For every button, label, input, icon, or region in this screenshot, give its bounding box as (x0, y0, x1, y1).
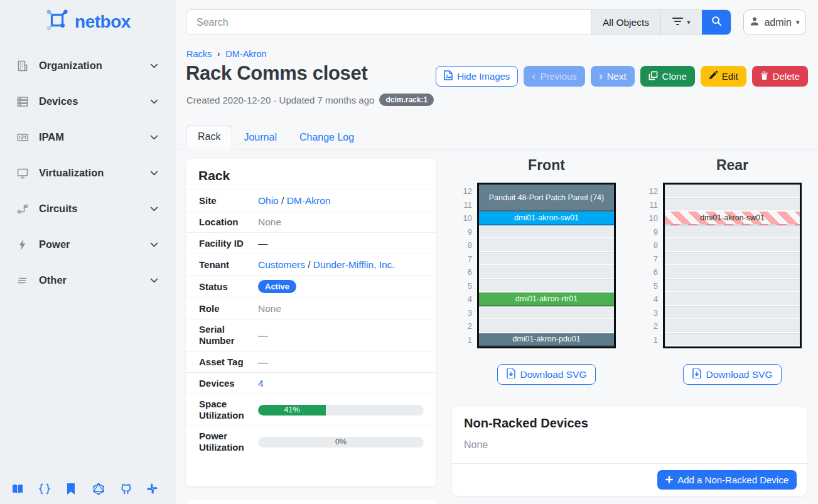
next-button[interactable]: › Next (591, 66, 635, 87)
unit-number-7: 7 (643, 252, 658, 266)
search-icon (711, 16, 722, 29)
page-title: Rack Comms closet (186, 62, 368, 85)
unit-numbers: 121110987654321 (643, 183, 658, 348)
chevron-right-icon: › (217, 50, 220, 58)
monitor-icon (16, 167, 30, 180)
unit-number-3: 3 (457, 306, 472, 320)
object-tabs: RackJournalChange Log (176, 124, 818, 149)
rack-card: Rack SiteOhio / DM-AkronLocationNoneFaci… (186, 159, 436, 486)
object-meta: Created 2020-12-20 · Updated 7 months ag… (186, 94, 434, 106)
edit-button[interactable]: Edit (701, 66, 746, 87)
unit-number-8: 8 (457, 239, 472, 252)
user-icon (750, 16, 760, 29)
sidebar-footer-icons (11, 483, 159, 495)
search-submit-button[interactable] (702, 10, 731, 35)
sidebar-item-organization[interactable]: Organization (0, 48, 176, 83)
chevron-down-icon (149, 168, 160, 179)
bookmark-icon[interactable] (65, 483, 78, 495)
graphql-icon[interactable] (92, 483, 105, 495)
unit-number-11: 11 (457, 198, 472, 212)
unit-number-6: 6 (643, 265, 658, 279)
download-svg-button-rear[interactable]: Download SVG (683, 364, 782, 385)
attr-value: 4 (258, 378, 424, 389)
front-elevation: Front121110987654321Panduit 48-Port Patc… (457, 157, 616, 385)
unit-number-2: 2 (457, 319, 472, 333)
rack-unit-empty (479, 252, 614, 266)
rack-unit-empty (665, 265, 800, 279)
rack-device-dmi01-akron-sw01[interactable]: dmi01-akron-sw01 (479, 212, 614, 225)
unit-number-9: 9 (457, 225, 472, 239)
rack-device-dmi01-akron-pdu01[interactable]: dmi01-akron-pdu01 (479, 333, 614, 347)
global-search: All Objects ▾ (186, 9, 731, 35)
tab-change-log[interactable]: Change Log (288, 126, 365, 149)
sidebar-item-devices[interactable]: Devices (0, 83, 176, 119)
devices-count-link[interactable]: 4 (258, 378, 264, 389)
rack-unit-empty (665, 239, 800, 252)
chevron-left-icon: ‹ (532, 70, 535, 82)
attr-value: Active (258, 280, 424, 293)
clone-button[interactable]: Clone (640, 66, 695, 87)
chevron-down-icon (149, 239, 160, 250)
search-input[interactable] (186, 10, 591, 35)
plus-icon (665, 475, 673, 485)
rack-unit-empty (479, 279, 614, 293)
sidebar-item-other[interactable]: Other (0, 262, 176, 298)
download-svg-button-front[interactable]: Download SVG (497, 364, 596, 385)
github-icon[interactable] (119, 483, 132, 495)
unit-number-1: 1 (643, 333, 658, 347)
breadcrumb-site-link[interactable]: DM-Akron (225, 49, 266, 59)
chevron-down-icon (149, 203, 160, 215)
user-menu-button[interactable]: admin ▾ (743, 9, 806, 35)
sidebar-item-circuits[interactable]: Circuits (0, 191, 176, 227)
braces-icon[interactable] (38, 483, 51, 495)
object-id-badge: dcim.rack:1 (379, 94, 434, 106)
sidebar-item-ipam[interactable]: IPAM (0, 119, 176, 155)
rack-device-dmi01-akron-rtr01[interactable]: dmi01-akron-rtr01 (479, 292, 614, 306)
filter-icon (672, 17, 683, 28)
non-racked-footer: Add a Non-Racked Device (452, 463, 807, 496)
unit-number-10: 10 (643, 212, 658, 225)
chevron-down-icon: ▾ (687, 18, 691, 26)
file-download-icon (507, 368, 515, 381)
chevron-down-icon (149, 96, 160, 107)
rack-unit-empty (665, 333, 800, 347)
link-customers[interactable]: Customers (258, 259, 305, 270)
link-dunder-mifflin-inc-[interactable]: Dunder-Mifflin, Inc. (313, 259, 395, 270)
previous-button[interactable]: ‹ Previous (524, 66, 584, 87)
sidebar-item-virtualization[interactable]: Virtualization (0, 155, 176, 191)
link-ohio[interactable]: Ohio (258, 195, 279, 206)
rack-device-dmi01-akron-sw01[interactable]: dmi01-akron-sw01 (665, 212, 800, 225)
tab-journal[interactable]: Journal (232, 126, 288, 149)
rack-device-panduit-48-port-patch-panel-74-[interactable]: Panduit 48-Port Patch Panel (74) (479, 185, 614, 212)
netbox-app: netbox OrganizationDevicesIPAMVirtualiza… (0, 0, 818, 504)
sidebar-item-label: Organization (39, 60, 149, 72)
slack-icon[interactable] (146, 483, 159, 495)
attr-label: Location (199, 217, 258, 228)
chevron-down-icon (149, 275, 160, 286)
sidebar-item-power[interactable]: Power (0, 227, 176, 262)
attr-label: Space Utilization (199, 399, 258, 421)
attr-value: Ohio / DM-Akron (258, 195, 424, 206)
attr-value: — (258, 330, 424, 341)
attr-row-serial-number: Serial Number— (186, 319, 436, 351)
rack-unit-empty (665, 279, 800, 293)
search-scope-button[interactable]: All Objects (591, 10, 660, 35)
rack-attributes: SiteOhio / DM-AkronLocationNoneFacility … (186, 190, 436, 458)
breadcrumb-racks-link[interactable]: Racks (186, 49, 212, 59)
action-buttons: Hide Images ‹ Previous › Next Clone Ed (436, 66, 808, 87)
attr-label: Asset Tag (199, 357, 258, 368)
rack-unit-empty (665, 225, 800, 239)
hide-images-button[interactable]: Hide Images (436, 66, 518, 87)
netbox-logo[interactable]: netbox (0, 0, 176, 36)
tab-rack[interactable]: Rack (186, 125, 232, 149)
rack-unit-empty (665, 252, 800, 266)
search-filter-button[interactable]: ▾ (660, 10, 702, 35)
add-non-racked-device-button[interactable]: Add a Non-Racked Device (657, 470, 797, 490)
building-icon (16, 60, 30, 72)
link-dm-akron[interactable]: DM-Akron (287, 195, 331, 206)
book-icon[interactable] (11, 483, 24, 495)
non-racked-body: None (452, 431, 807, 463)
delete-button[interactable]: Delete (752, 66, 808, 87)
attr-row-site: SiteOhio / DM-Akron (186, 190, 436, 211)
attr-value: Customers / Dunder-Mifflin, Inc. (258, 259, 424, 271)
